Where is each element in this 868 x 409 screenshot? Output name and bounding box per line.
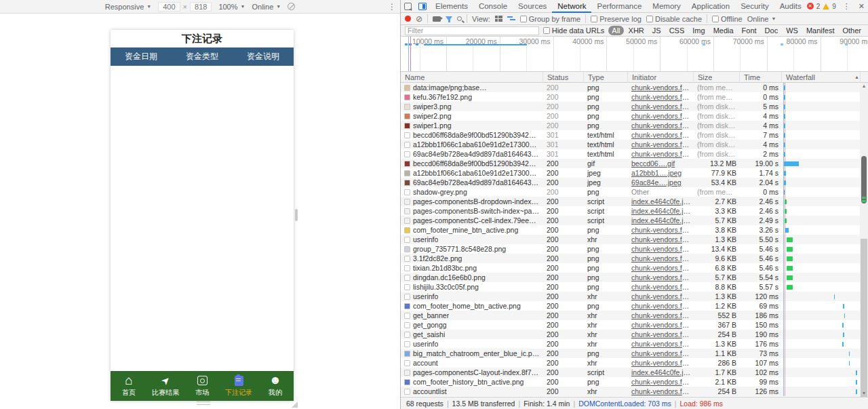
table-row[interactable]: beccd06ff68da8e9f00bd51290b3942d.gif301t… [401,130,861,140]
network-overview-timeline[interactable]: 10000 ms20000 ms30000 ms40000 ms50000 ms… [401,37,868,72]
column-header-waterfall[interactable]: Waterfall [782,72,861,83]
column-header-type[interactable]: Type [584,72,628,83]
group-by-frame-checkbox[interactable]: Group by frame [520,15,580,23]
column-header-size[interactable]: Size [694,72,740,83]
filter-pill-css[interactable]: CSS [666,26,688,35]
table-row[interactable]: userinfo200xhrchunk-vendors.f1c9677f.j…1… [401,292,861,301]
tab-sources[interactable]: Sources [513,0,552,13]
nav-item-market[interactable]: 市场 [184,371,220,401]
initiator-link[interactable]: chunk-vendors.f1c9677f.j… [631,273,690,282]
table-row[interactable]: swiper1.png200pngchunk-vendors.f1c9677f.… [401,121,861,130]
initiator-link[interactable]: chunk-vendors.f1c9677f.j… [631,235,690,244]
initiator-link[interactable]: chunk-vendors.f1c9677f.j… [631,301,690,311]
column-header-initiator[interactable]: Initiator [628,72,694,83]
initiator-link[interactable]: chunk-vendors.f1c9677f.j… [631,83,690,92]
filter-pill-doc[interactable]: Doc [762,26,782,35]
table-row[interactable]: data:image/png;base…200pngchunk-vendors.… [401,83,861,92]
initiator-link[interactable]: chunk-vendors.f1c9677f.j… [631,92,690,102]
tab-network[interactable]: Network [552,0,591,13]
initiator-link[interactable]: chunk-vendors.f1c9677f.j… [631,320,690,330]
table-row[interactable]: lishijilu.33c0c05f.png200pngchunk-vendor… [401,282,861,292]
viewport-height-input[interactable]: 818 [190,2,212,12]
table-row[interactable]: userinfo200xhrchunk-vendors.f1c9677f.j…1… [401,339,861,349]
table-row[interactable]: tixian.2b1d83bc.png200pngchunk-vendors.f… [401,263,861,273]
toggle-device-toolbar-button[interactable] [415,0,429,12]
search-icon[interactable] [457,16,462,21]
table-row[interactable]: swiper2.png200pngchunk-vendors.f1c9677f.… [401,111,861,121]
filter-pill-manifest[interactable]: Manifest [803,26,838,35]
filter-pill-other[interactable]: Other [839,26,865,35]
initiator-link[interactable]: chunk-vendors.f1c9677f.j… [631,111,690,121]
nav-item-send[interactable]: ➤比赛结果 [147,371,184,401]
table-row[interactable]: pages-componentsC-layout-index.8f75dbfc.… [401,368,861,377]
initiator-link[interactable]: chunk-vendors.f1c9677f.j… [631,292,690,301]
tab-memory[interactable]: Memory [647,0,686,13]
initiator-link[interactable]: chunk-vendors.f1c9677f.j… [631,358,690,368]
table-row[interactable]: beccd06ff68da8e9f00bd51290b3942d.gif200g… [401,159,861,168]
capture-screenshots-icon[interactable] [433,16,441,22]
filter-icon[interactable] [446,16,452,21]
column-header-time[interactable]: Time [740,72,782,83]
table-row[interactable]: com_footer_mine_btn_active.png200pngchun… [401,225,861,235]
hide-data-urls-checkbox[interactable]: Hide data URLs [543,26,605,35]
nav-item-clipboard[interactable]: 下注记录 [220,371,257,401]
table-row[interactable]: 3.1f2dc82e.png200pngchunk-vendors.f1c967… [401,254,861,263]
initiator-link[interactable]: chunk-vendors.f1c9677f.j… [631,254,690,263]
filter-pill-ws[interactable]: WS [783,26,802,35]
initiator-link[interactable]: chunk-vendors.f1c9677f.j… [631,130,690,140]
table-row[interactable]: kefu.367fe192.png200pngchunk-vendors.f1c… [401,92,861,102]
initiator-link[interactable]: chunk-vendors.f1c9677f.j… [631,263,690,273]
table-row[interactable]: a12bbb1f066c1aba610e91d2e1730089.jpeg301… [401,140,861,149]
initiator-link[interactable]: chunk-vendors.f1c9677f.j… [631,349,690,358]
initiator-link[interactable]: chunk-vendors.f1c9677f.j… [631,225,690,235]
warning-badge-icon[interactable] [823,3,829,9]
device-type-dropdown[interactable]: Responsive ▼ [105,3,151,11]
initiator-link[interactable]: index.e464c0fe.js:1 [631,216,690,225]
initiator-link[interactable]: beccd06….gif [631,159,690,168]
column-header-status[interactable]: Status [543,72,584,83]
table-row[interactable]: swiper3.png200pngchunk-vendors.f1c9677f.… [401,102,861,111]
column-header-name[interactable]: Name [401,72,543,83]
tab-application[interactable]: Application [686,0,735,13]
disable-cache-checkbox[interactable]: Disable cache [646,15,702,23]
table-row[interactable]: 69ac84e9b728ea4d9d897da816464341.jpeg200… [401,178,861,187]
table-row[interactable]: a12bbb1f066c1aba610e91d2e1730089.jpeg200… [401,168,861,178]
tab-audits[interactable]: Audits [774,0,807,13]
initiator-link[interactable]: index.e464c0fe.js:1 [631,206,690,216]
table-row[interactable]: pages-componentsB-dropdown-index~pages-c… [401,197,861,206]
online-throttle-dropdown[interactable]: Online ▼ [747,15,776,23]
show-overview-icon[interactable] [507,16,515,22]
initiator-link[interactable]: index.e464c0fe.js:1 [631,368,690,377]
scroll-down-icon[interactable]: ▼ [860,390,868,397]
sort-arrow-icon[interactable]: ▲ [854,72,859,83]
table-row[interactable]: userinfo200xhrchunk-vendors.f1c9677f.j…1… [401,235,861,244]
initiator-link[interactable]: chunk-vendors.f1c9677f.j… [631,377,690,387]
tab-performance[interactable]: Performance [591,0,647,13]
table-row[interactable]: dingdan.dc16e6b0.png200pngchunk-vendors.… [401,273,861,282]
table-row[interactable]: 69ac84e9b728ea4d9d897da816464341.jpeg301… [401,149,861,159]
viewport-resize-handle-corner[interactable] [292,402,298,408]
table-row[interactable]: get_banner200xhrchunk-vendors.f1c9677f.j… [401,311,861,320]
filter-pill-xhr[interactable]: XHR [625,26,648,35]
table-row[interactable]: get_gongg200xhrchunk-vendors.f1c9677f.j…… [401,320,861,330]
filter-input[interactable] [405,26,539,35]
initiator-link[interactable]: chunk-vendors.f1c9677f.j… [631,149,690,159]
nav-item-profile[interactable]: ☻我的 [257,371,294,401]
initiator-link[interactable]: chunk-vendors.f1c9677f.j… [631,282,690,292]
table-row[interactable]: shadow-grey.png200pngOther(from memor…0 … [401,187,861,197]
initiator-link[interactable]: 69ac84e….jpeg [631,178,690,187]
filter-pill-js[interactable]: JS [649,26,665,35]
tab-elements[interactable]: Elements [430,0,473,13]
initiator-link[interactable]: index.e464c0fe.js:1 [631,197,690,206]
table-row[interactable]: com_footer_home_btn_active.png200pngchun… [401,301,861,311]
rotate-icon[interactable] [288,3,295,10]
table-row[interactable]: com_footer_history_btn_active.png200pngc… [401,377,861,387]
scrollbar-thumb[interactable] [861,156,867,203]
table-row[interactable]: get_saishi200xhrchunk-vendors.f1c9677f.j… [401,330,861,339]
scroll-up-icon[interactable]: ▲ [860,83,868,90]
filter-pill-font[interactable]: Font [738,26,760,35]
scrollbar-track-lower[interactable] [861,239,867,397]
table-row[interactable]: group_735771.8c548e28.png200pngchunk-ven… [401,244,861,254]
initiator-link[interactable]: chunk-vendors.f1c9677f.j… [631,311,690,320]
initiator-link[interactable]: chunk-vendors.f1c9677f.j… [631,339,690,349]
